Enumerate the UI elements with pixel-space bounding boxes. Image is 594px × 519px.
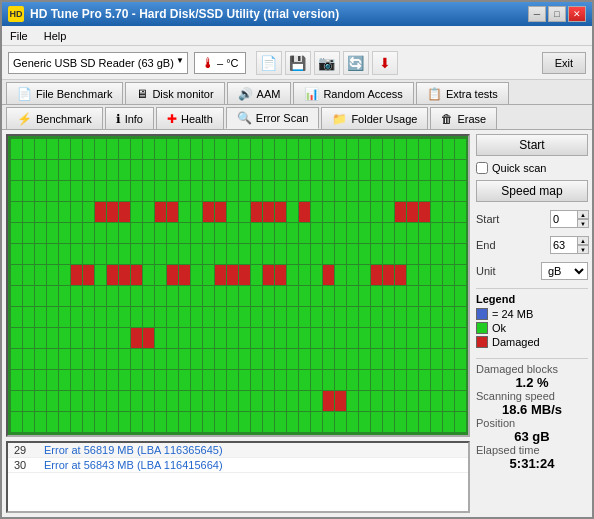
tabs-row1: 📄 File Benchmark 🖥 Disk monitor 🔊 AAM 📊 …: [2, 80, 592, 105]
legend-title: Legend: [476, 293, 588, 305]
end-value-input[interactable]: [551, 237, 577, 253]
main-window: HD HD Tune Pro 5.70 - Hard Disk/SSD Util…: [0, 0, 594, 519]
tab-folder-usage[interactable]: 📁 Folder Usage: [321, 107, 428, 129]
error-row-text: Error at 56819 MB (LBA 116365645): [38, 443, 468, 458]
legend-block-size-label: = 24 MB: [492, 308, 533, 320]
legend-box-damaged: [476, 336, 488, 348]
title-bar: HD HD Tune Pro 5.70 - Hard Disk/SSD Util…: [2, 2, 592, 26]
grid-container: [6, 134, 470, 437]
info-icon: ℹ: [116, 112, 121, 126]
scan-grid-area: 29Error at 56819 MB (LBA 116365645)30Err…: [6, 134, 470, 513]
toolbar-icons: 📄 💾 📷 🔄 ⬇: [256, 51, 398, 75]
speed-map-button[interactable]: Speed map: [476, 180, 588, 202]
scanning-speed-label: Scanning speed: [476, 390, 588, 402]
start-param-row: Start ▲ ▼: [476, 210, 588, 228]
benchmark-icon: ⚡: [17, 112, 32, 126]
toolbar-btn-5[interactable]: ⬇: [372, 51, 398, 75]
quick-scan-label: Quick scan: [492, 162, 546, 174]
end-spin-input[interactable]: ▲ ▼: [550, 236, 588, 254]
disk-monitor-icon: 🖥: [136, 87, 148, 101]
tab-aam[interactable]: 🔊 AAM: [227, 82, 292, 104]
quick-scan-checkbox[interactable]: [476, 162, 488, 174]
health-icon: ✚: [167, 112, 177, 126]
end-label: End: [476, 239, 496, 251]
erase-icon: 🗑: [441, 112, 453, 126]
right-panel: Start Quick scan Speed map Start ▲ ▼ End: [476, 134, 588, 513]
temp-value: – °C: [217, 57, 239, 69]
legend-section: Legend = 24 MB Ok Damaged: [476, 288, 588, 350]
tab-erase[interactable]: 🗑 Erase: [430, 107, 497, 129]
end-spin-buttons: ▲ ▼: [577, 236, 589, 254]
minimize-button[interactable]: ─: [528, 6, 546, 22]
position-label: Position: [476, 417, 588, 429]
tab-file-benchmark[interactable]: 📄 File Benchmark: [6, 82, 123, 104]
legend-box-size: [476, 308, 488, 320]
damaged-blocks-label: Damaged blocks: [476, 363, 588, 375]
toolbar: Generic USB SD Reader (63 gB) 🌡 – °C 📄 💾…: [2, 46, 592, 80]
start-increment-button[interactable]: ▲: [577, 210, 589, 219]
unit-row: Unit gB MB LBA: [476, 262, 588, 280]
tabs-row2: ⚡ Benchmark ℹ Info ✚ Health 🔍 Error Scan…: [2, 105, 592, 130]
file-benchmark-icon: 📄: [17, 87, 32, 101]
legend-damaged-label: Damaged: [492, 336, 540, 348]
list-item: 29Error at 56819 MB (LBA 116365645): [8, 443, 468, 458]
start-label: Start: [476, 213, 499, 225]
toolbar-btn-2[interactable]: 💾: [285, 51, 311, 75]
random-access-icon: 📊: [304, 87, 319, 101]
title-buttons: ─ □ ✕: [528, 6, 586, 22]
app-icon: HD: [8, 6, 24, 22]
start-button[interactable]: Start: [476, 134, 588, 156]
toolbar-btn-3[interactable]: 📷: [314, 51, 340, 75]
legend-box-ok: [476, 322, 488, 334]
maximize-button[interactable]: □: [548, 6, 566, 22]
start-decrement-button[interactable]: ▼: [577, 219, 589, 228]
menu-help[interactable]: Help: [40, 29, 71, 43]
elapsed-time-label: Elapsed time: [476, 444, 588, 456]
damaged-blocks-value: 1.2 %: [476, 375, 588, 390]
start-spin-input[interactable]: ▲ ▼: [550, 210, 588, 228]
elapsed-time-value: 5:31:24: [476, 456, 588, 471]
error-row-num: 30: [8, 458, 38, 473]
menu-file[interactable]: File: [6, 29, 32, 43]
stats-section: Damaged blocks 1.2 % Scanning speed 18.6…: [476, 358, 588, 471]
legend-ok: Ok: [476, 322, 588, 334]
error-row-text: Error at 56843 MB (LBA 116415664): [38, 458, 468, 473]
thermometer-icon: 🌡: [201, 55, 215, 71]
start-value-input[interactable]: [551, 211, 577, 227]
main-content: 29Error at 56819 MB (LBA 116365645)30Err…: [2, 130, 592, 517]
tab-health[interactable]: ✚ Health: [156, 107, 224, 129]
tab-extra-tests[interactable]: 📋 Extra tests: [416, 82, 509, 104]
scan-grid-canvas: [8, 136, 468, 435]
error-table: 29Error at 56819 MB (LBA 116365645)30Err…: [8, 443, 468, 473]
title-bar-left: HD HD Tune Pro 5.70 - Hard Disk/SSD Util…: [8, 6, 339, 22]
list-item: 30Error at 56843 MB (LBA 116415664): [8, 458, 468, 473]
legend-damaged: Damaged: [476, 336, 588, 348]
tab-error-scan[interactable]: 🔍 Error Scan: [226, 107, 320, 129]
unit-label: Unit: [476, 265, 496, 277]
folder-usage-icon: 📁: [332, 112, 347, 126]
window-title: HD Tune Pro 5.70 - Hard Disk/SSD Utility…: [30, 7, 339, 21]
position-value: 63 gB: [476, 429, 588, 444]
aam-icon: 🔊: [238, 87, 253, 101]
menubar: File Help: [2, 26, 592, 46]
unit-select[interactable]: gB MB LBA: [541, 262, 588, 280]
tab-disk-monitor[interactable]: 🖥 Disk monitor: [125, 82, 224, 104]
toolbar-btn-4[interactable]: 🔄: [343, 51, 369, 75]
legend-ok-label: Ok: [492, 322, 506, 334]
tab-benchmark[interactable]: ⚡ Benchmark: [6, 107, 103, 129]
quick-scan-row: Quick scan: [476, 162, 588, 174]
toolbar-btn-1[interactable]: 📄: [256, 51, 282, 75]
tab-random-access[interactable]: 📊 Random Access: [293, 82, 413, 104]
temp-display: 🌡 – °C: [194, 52, 246, 74]
scanning-speed-value: 18.6 MB/s: [476, 402, 588, 417]
error-list[interactable]: 29Error at 56819 MB (LBA 116365645)30Err…: [6, 441, 470, 513]
drive-select[interactable]: Generic USB SD Reader (63 gB): [8, 52, 188, 74]
end-decrement-button[interactable]: ▼: [577, 245, 589, 254]
exit-button[interactable]: Exit: [542, 52, 586, 74]
tab-info[interactable]: ℹ Info: [105, 107, 154, 129]
end-param-row: End ▲ ▼: [476, 236, 588, 254]
end-increment-button[interactable]: ▲: [577, 236, 589, 245]
legend-block-size: = 24 MB: [476, 308, 588, 320]
error-scan-icon: 🔍: [237, 111, 252, 125]
close-button[interactable]: ✕: [568, 6, 586, 22]
